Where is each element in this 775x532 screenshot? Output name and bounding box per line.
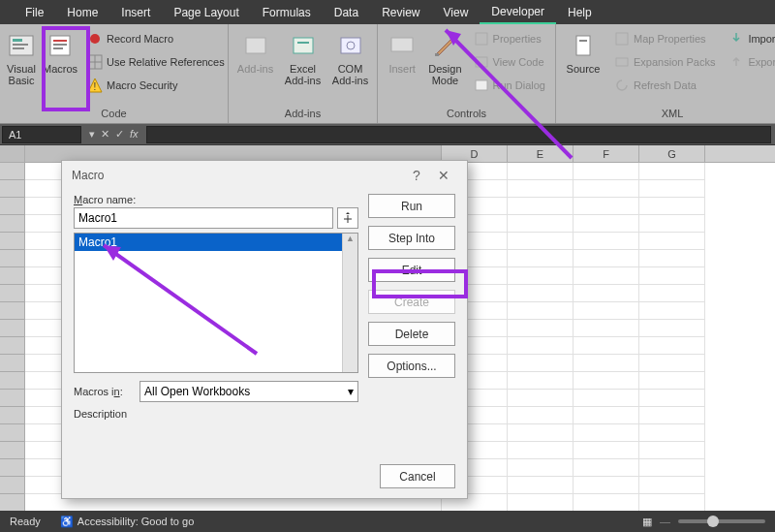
insert-control-button[interactable]: Insert [384, 28, 420, 108]
macro-name-input[interactable] [74, 207, 333, 229]
macro-listbox[interactable]: Macro1 ▲ [74, 233, 358, 373]
record-macro-button[interactable]: Record Macro [83, 28, 229, 49]
cell[interactable] [508, 215, 574, 233]
row-header[interactable] [0, 198, 25, 215]
refresh-data-button[interactable]: Refresh Data [610, 75, 719, 96]
com-addins-button[interactable]: COM Add-ins [329, 28, 371, 108]
row-header[interactable] [0, 233, 25, 250]
cell[interactable] [639, 390, 705, 407]
cell[interactable] [508, 180, 574, 198]
cell[interactable] [508, 302, 574, 320]
col-f[interactable]: F [574, 145, 639, 162]
row-header[interactable] [0, 372, 25, 390]
macros-in-select[interactable]: All Open Workbooks ▾ [140, 381, 358, 402]
cell[interactable] [508, 424, 574, 442]
tab-developer[interactable]: Developer [480, 1, 556, 24]
cell[interactable] [574, 477, 639, 494]
cell[interactable] [574, 233, 639, 250]
cell[interactable] [639, 233, 705, 250]
row-header[interactable] [0, 459, 25, 477]
cell[interactable] [508, 355, 574, 372]
cell[interactable] [508, 285, 574, 302]
row-header[interactable] [0, 442, 25, 459]
cell[interactable] [574, 459, 639, 477]
row-header[interactable] [0, 390, 25, 407]
cell[interactable] [574, 424, 639, 442]
cancel-button[interactable]: Cancel [380, 464, 455, 488]
cell[interactable] [639, 407, 705, 424]
col-e[interactable]: E [508, 145, 574, 162]
cell[interactable] [574, 407, 639, 424]
tab-formulas[interactable]: Formulas [251, 2, 323, 23]
cell[interactable] [639, 337, 705, 355]
import-button[interactable]: Import [725, 28, 775, 49]
excel-addins-button[interactable]: Excel Add-ins [282, 28, 324, 108]
select-all-corner[interactable] [0, 145, 25, 162]
close-icon[interactable]: ✕ [430, 168, 457, 183]
list-item[interactable]: Macro1 [75, 234, 357, 251]
cell[interactable] [639, 424, 705, 442]
cell[interactable] [508, 250, 574, 267]
macros-button[interactable]: Macros [43, 28, 78, 108]
cell[interactable] [639, 355, 705, 372]
cell[interactable] [574, 250, 639, 267]
cell[interactable] [639, 215, 705, 233]
cell[interactable] [639, 442, 705, 459]
row-header[interactable] [0, 163, 25, 180]
run-dialog-button[interactable]: Run Dialog [470, 75, 549, 96]
view-normal-icon[interactable]: ▦ [642, 516, 652, 528]
row-header[interactable] [0, 407, 25, 424]
collapse-dialog-icon[interactable] [337, 207, 358, 229]
cell[interactable] [508, 442, 574, 459]
cell[interactable] [508, 320, 574, 337]
expansion-packs-button[interactable]: Expansion Packs [610, 51, 719, 73]
cell[interactable] [639, 250, 705, 267]
cell[interactable] [639, 163, 705, 180]
cell[interactable] [574, 355, 639, 372]
cell[interactable] [508, 163, 574, 180]
chevron-down-icon[interactable]: ▾ [89, 128, 95, 141]
cancel-formula-icon[interactable]: ✕ [101, 128, 109, 141]
cell[interactable] [574, 390, 639, 407]
cell[interactable] [639, 198, 705, 215]
cell[interactable] [639, 302, 705, 320]
row-header[interactable] [0, 285, 25, 302]
row-header[interactable] [0, 215, 25, 233]
design-mode-button[interactable]: Design Mode [426, 28, 463, 108]
tab-review[interactable]: Review [370, 2, 431, 23]
tab-home[interactable]: Home [55, 2, 109, 23]
row-header[interactable] [0, 320, 25, 337]
status-accessibility[interactable]: ♿Accessibility: Good to go [60, 516, 194, 528]
row-header[interactable] [0, 424, 25, 442]
cell[interactable] [639, 459, 705, 477]
tab-page-layout[interactable]: Page Layout [162, 2, 250, 23]
row-header[interactable] [0, 250, 25, 267]
cell[interactable] [574, 163, 639, 180]
cell[interactable] [508, 233, 574, 250]
cell[interactable] [508, 494, 574, 511]
cell[interactable] [574, 180, 639, 198]
row-header[interactable] [0, 180, 25, 198]
zoom-slider[interactable] [678, 519, 765, 523]
formula-input[interactable] [146, 126, 771, 143]
cell[interactable] [639, 477, 705, 494]
cell[interactable] [508, 477, 574, 494]
cell[interactable] [574, 285, 639, 302]
fx-icon[interactable]: fx [130, 128, 139, 141]
tab-insert[interactable]: Insert [109, 2, 162, 23]
cell[interactable] [574, 302, 639, 320]
relative-refs-button[interactable]: Use Relative References [83, 51, 229, 73]
cell[interactable] [639, 285, 705, 302]
cell[interactable] [639, 267, 705, 285]
map-properties-button[interactable]: Map Properties [610, 28, 719, 49]
cell[interactable] [574, 494, 639, 511]
cell[interactable] [508, 407, 574, 424]
tab-data[interactable]: Data [323, 2, 370, 23]
properties-button[interactable]: Properties [470, 28, 549, 49]
col-g[interactable]: G [639, 145, 705, 162]
name-box[interactable] [2, 126, 81, 143]
row-header[interactable] [0, 302, 25, 320]
cell[interactable] [508, 372, 574, 390]
listbox-scrollbar[interactable]: ▲ [342, 234, 357, 372]
row-header[interactable] [0, 494, 25, 511]
